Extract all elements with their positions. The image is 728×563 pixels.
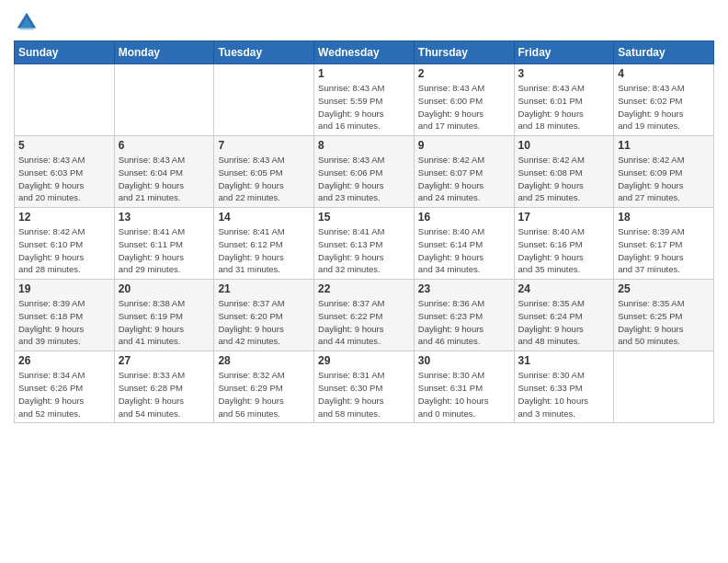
weekday-header-thursday: Thursday xyxy=(414,41,514,64)
day-info: Sunrise: 8:43 AM Sunset: 6:03 PM Dayligh… xyxy=(18,154,110,204)
weekday-header-tuesday: Tuesday xyxy=(214,41,314,64)
day-number: 5 xyxy=(18,139,110,152)
calendar-cell: 4Sunrise: 8:43 AM Sunset: 6:02 PM Daylig… xyxy=(614,64,714,136)
calendar-header: SundayMondayTuesdayWednesdayThursdayFrid… xyxy=(15,41,714,64)
day-info: Sunrise: 8:34 AM Sunset: 6:26 PM Dayligh… xyxy=(18,369,110,419)
day-number: 19 xyxy=(18,282,110,295)
day-info: Sunrise: 8:41 AM Sunset: 6:11 PM Dayligh… xyxy=(119,225,210,276)
day-number: 6 xyxy=(119,139,210,152)
day-info: Sunrise: 8:30 AM Sunset: 6:33 PM Dayligh… xyxy=(518,369,610,419)
weekday-header-friday: Friday xyxy=(514,41,614,64)
calendar-cell: 21Sunrise: 8:37 AM Sunset: 6:20 PM Dayli… xyxy=(214,280,314,351)
calendar-cell: 29Sunrise: 8:31 AM Sunset: 6:30 PM Dayli… xyxy=(314,351,415,423)
day-info: Sunrise: 8:43 AM Sunset: 6:02 PM Dayligh… xyxy=(618,82,710,132)
day-number: 10 xyxy=(518,139,610,152)
calendar-cell: 2Sunrise: 8:43 AM Sunset: 6:00 PM Daylig… xyxy=(414,64,514,136)
calendar-cell: 13Sunrise: 8:41 AM Sunset: 6:11 PM Dayli… xyxy=(114,208,214,280)
header xyxy=(14,9,714,35)
day-number: 30 xyxy=(418,354,510,367)
calendar-week-3: 12Sunrise: 8:42 AM Sunset: 6:10 PM Dayli… xyxy=(15,208,714,280)
calendar-cell: 24Sunrise: 8:35 AM Sunset: 6:24 PM Dayli… xyxy=(514,280,614,351)
calendar-cell: 17Sunrise: 8:40 AM Sunset: 6:16 PM Dayli… xyxy=(514,208,614,280)
calendar-table: SundayMondayTuesdayWednesdayThursdayFrid… xyxy=(14,40,714,423)
calendar-cell: 11Sunrise: 8:42 AM Sunset: 6:09 PM Dayli… xyxy=(614,136,714,208)
day-number: 27 xyxy=(119,354,210,367)
calendar-cell xyxy=(114,64,214,136)
day-number: 18 xyxy=(618,211,710,224)
day-number: 17 xyxy=(518,211,610,224)
calendar-cell: 12Sunrise: 8:42 AM Sunset: 6:10 PM Dayli… xyxy=(15,208,115,280)
calendar-cell xyxy=(214,64,314,136)
day-info: Sunrise: 8:35 AM Sunset: 6:25 PM Dayligh… xyxy=(618,297,710,348)
day-info: Sunrise: 8:43 AM Sunset: 6:04 PM Dayligh… xyxy=(119,154,210,204)
calendar-cell: 14Sunrise: 8:41 AM Sunset: 6:12 PM Dayli… xyxy=(214,208,314,280)
day-info: Sunrise: 8:40 AM Sunset: 6:14 PM Dayligh… xyxy=(418,225,510,276)
day-number: 14 xyxy=(218,211,310,224)
day-number: 4 xyxy=(618,67,710,80)
weekday-header-wednesday: Wednesday xyxy=(314,41,415,64)
day-info: Sunrise: 8:42 AM Sunset: 6:09 PM Dayligh… xyxy=(618,154,710,204)
day-info: Sunrise: 8:43 AM Sunset: 6:00 PM Dayligh… xyxy=(418,82,510,132)
logo-icon xyxy=(14,9,40,35)
day-number: 22 xyxy=(318,282,410,295)
calendar-cell: 22Sunrise: 8:37 AM Sunset: 6:22 PM Dayli… xyxy=(314,280,415,351)
calendar-cell: 9Sunrise: 8:42 AM Sunset: 6:07 PM Daylig… xyxy=(414,136,514,208)
day-info: Sunrise: 8:38 AM Sunset: 6:19 PM Dayligh… xyxy=(119,297,210,348)
page: SundayMondayTuesdayWednesdayThursdayFrid… xyxy=(0,0,728,563)
weekday-header-sunday: Sunday xyxy=(15,41,115,64)
day-number: 20 xyxy=(119,282,210,295)
calendar-cell: 18Sunrise: 8:39 AM Sunset: 6:17 PM Dayli… xyxy=(614,208,714,280)
day-info: Sunrise: 8:43 AM Sunset: 5:59 PM Dayligh… xyxy=(318,82,410,132)
day-info: Sunrise: 8:40 AM Sunset: 6:16 PM Dayligh… xyxy=(518,225,610,276)
day-info: Sunrise: 8:39 AM Sunset: 6:18 PM Dayligh… xyxy=(18,297,110,348)
day-number: 11 xyxy=(618,139,710,152)
day-info: Sunrise: 8:37 AM Sunset: 6:22 PM Dayligh… xyxy=(318,297,410,348)
calendar-week-2: 5Sunrise: 8:43 AM Sunset: 6:03 PM Daylig… xyxy=(15,136,714,208)
day-number: 21 xyxy=(218,282,310,295)
weekday-row: SundayMondayTuesdayWednesdayThursdayFrid… xyxy=(15,41,714,64)
day-number: 13 xyxy=(119,211,210,224)
day-number: 26 xyxy=(18,354,110,367)
day-number: 2 xyxy=(418,67,510,80)
day-number: 1 xyxy=(318,67,410,80)
calendar-cell: 23Sunrise: 8:36 AM Sunset: 6:23 PM Dayli… xyxy=(414,280,514,351)
calendar-cell: 31Sunrise: 8:30 AM Sunset: 6:33 PM Dayli… xyxy=(514,351,614,423)
calendar-body: 1Sunrise: 8:43 AM Sunset: 5:59 PM Daylig… xyxy=(15,64,714,423)
day-info: Sunrise: 8:42 AM Sunset: 6:07 PM Dayligh… xyxy=(418,154,510,204)
day-info: Sunrise: 8:30 AM Sunset: 6:31 PM Dayligh… xyxy=(418,369,510,419)
calendar-week-1: 1Sunrise: 8:43 AM Sunset: 5:59 PM Daylig… xyxy=(15,64,714,136)
day-number: 16 xyxy=(418,211,510,224)
calendar-cell: 25Sunrise: 8:35 AM Sunset: 6:25 PM Dayli… xyxy=(614,280,714,351)
day-number: 7 xyxy=(218,139,310,152)
day-info: Sunrise: 8:37 AM Sunset: 6:20 PM Dayligh… xyxy=(218,297,310,348)
calendar-week-5: 26Sunrise: 8:34 AM Sunset: 6:26 PM Dayli… xyxy=(15,351,714,423)
weekday-header-saturday: Saturday xyxy=(614,41,714,64)
day-number: 25 xyxy=(618,282,710,295)
day-info: Sunrise: 8:35 AM Sunset: 6:24 PM Dayligh… xyxy=(518,297,610,348)
calendar-cell xyxy=(614,351,714,423)
weekday-header-monday: Monday xyxy=(114,41,214,64)
calendar-cell: 3Sunrise: 8:43 AM Sunset: 6:01 PM Daylig… xyxy=(514,64,614,136)
calendar-cell: 30Sunrise: 8:30 AM Sunset: 6:31 PM Dayli… xyxy=(414,351,514,423)
day-info: Sunrise: 8:42 AM Sunset: 6:10 PM Dayligh… xyxy=(18,225,110,276)
day-number: 12 xyxy=(18,211,110,224)
day-info: Sunrise: 8:43 AM Sunset: 6:05 PM Dayligh… xyxy=(218,154,310,204)
calendar-cell: 28Sunrise: 8:32 AM Sunset: 6:29 PM Dayli… xyxy=(214,351,314,423)
day-number: 24 xyxy=(518,282,610,295)
day-number: 29 xyxy=(318,354,410,367)
day-number: 15 xyxy=(318,211,410,224)
calendar-week-4: 19Sunrise: 8:39 AM Sunset: 6:18 PM Dayli… xyxy=(15,280,714,351)
calendar-cell: 1Sunrise: 8:43 AM Sunset: 5:59 PM Daylig… xyxy=(314,64,415,136)
calendar-cell: 8Sunrise: 8:43 AM Sunset: 6:06 PM Daylig… xyxy=(314,136,415,208)
day-number: 28 xyxy=(218,354,310,367)
calendar-cell: 16Sunrise: 8:40 AM Sunset: 6:14 PM Dayli… xyxy=(414,208,514,280)
calendar-cell: 27Sunrise: 8:33 AM Sunset: 6:28 PM Dayli… xyxy=(114,351,214,423)
calendar-cell xyxy=(15,64,115,136)
calendar-cell: 15Sunrise: 8:41 AM Sunset: 6:13 PM Dayli… xyxy=(314,208,415,280)
calendar-cell: 6Sunrise: 8:43 AM Sunset: 6:04 PM Daylig… xyxy=(114,136,214,208)
day-info: Sunrise: 8:32 AM Sunset: 6:29 PM Dayligh… xyxy=(218,369,310,419)
day-info: Sunrise: 8:39 AM Sunset: 6:17 PM Dayligh… xyxy=(618,225,710,276)
day-info: Sunrise: 8:41 AM Sunset: 6:13 PM Dayligh… xyxy=(318,225,410,276)
day-number: 31 xyxy=(518,354,610,367)
day-number: 8 xyxy=(318,139,410,152)
